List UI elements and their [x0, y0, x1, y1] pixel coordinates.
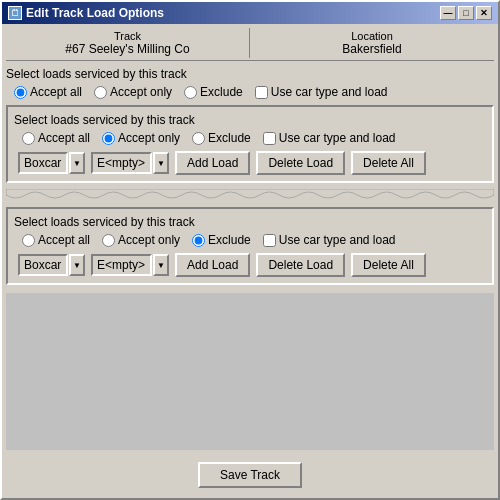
- section3-car-type-select[interactable]: Boxcar: [18, 254, 68, 276]
- section3-group: Select loads serviced by this track Acce…: [6, 207, 494, 285]
- section3-accept-all[interactable]: Accept all: [22, 233, 90, 247]
- section2-load-type-arrow[interactable]: ▼: [153, 152, 169, 174]
- section1-accept-all[interactable]: Accept all: [14, 85, 82, 99]
- section2-car-type-arrow[interactable]: ▼: [69, 152, 85, 174]
- location-label: Location: [351, 30, 393, 42]
- section3-exclude[interactable]: Exclude: [192, 233, 251, 247]
- section2-load-type-group: E<mpty> ▼: [91, 151, 169, 175]
- section1-label: Select loads serviced by this track: [6, 65, 494, 83]
- title-bar: 🗒 Edit Track Load Options — □ ✕: [2, 2, 498, 24]
- section3-radio-row: Accept all Accept only Exclude Use car t…: [14, 231, 486, 249]
- section1-exclude[interactable]: Exclude: [184, 85, 243, 99]
- section1-use-car-type[interactable]: Use car type and load: [255, 85, 388, 99]
- section2-button-row: Boxcar ▼ E<mpty> ▼ Add Load Delete Load …: [14, 147, 486, 177]
- header-row: Track #67 Seeley's Milling Co Location B…: [6, 28, 494, 61]
- main-window: 🗒 Edit Track Load Options — □ ✕ Track #6…: [0, 0, 500, 500]
- section3-load-type-arrow[interactable]: ▼: [153, 254, 169, 276]
- section3-use-car-type-label: Use car type and load: [279, 233, 396, 247]
- maximize-button[interactable]: □: [458, 6, 474, 20]
- section1: Select loads serviced by this track Acce…: [6, 65, 494, 101]
- minimize-button[interactable]: —: [440, 6, 456, 20]
- section2-load-type-select[interactable]: E<mpty>: [91, 152, 152, 174]
- section1-accept-only-label: Accept only: [110, 85, 172, 99]
- section2-exclude[interactable]: Exclude: [192, 131, 251, 145]
- window-icon: 🗒: [8, 6, 22, 20]
- torn-edge-top: [6, 189, 494, 201]
- track-value: #67 Seeley's Milling Co: [65, 42, 189, 56]
- save-row: Save Track: [6, 456, 494, 494]
- section2-car-type-group: Boxcar ▼: [18, 151, 85, 175]
- section3-accept-all-label: Accept all: [38, 233, 90, 247]
- section2-delete-all-button[interactable]: Delete All: [351, 151, 426, 175]
- section2-add-load-button[interactable]: Add Load: [175, 151, 250, 175]
- section2-exclude-label: Exclude: [208, 131, 251, 145]
- section3-button-row: Boxcar ▼ E<mpty> ▼ Add Load Delete Load …: [14, 249, 486, 279]
- section3-load-type-group: E<mpty> ▼: [91, 253, 169, 277]
- section2-delete-load-button[interactable]: Delete Load: [256, 151, 345, 175]
- track-info: Track #67 Seeley's Milling Co: [6, 28, 250, 58]
- location-info: Location Bakersfield: [250, 28, 494, 58]
- section2-radio-row: Accept all Accept only Exclude Use car t…: [14, 129, 486, 147]
- save-track-button[interactable]: Save Track: [198, 462, 302, 488]
- section2-label: Select loads serviced by this track: [14, 111, 486, 129]
- section1-radio-row: Accept all Accept only Exclude Use car t…: [6, 83, 494, 101]
- window-title: Edit Track Load Options: [26, 6, 164, 20]
- section2-accept-all-label: Accept all: [38, 131, 90, 145]
- section2-accept-only-label: Accept only: [118, 131, 180, 145]
- section1-use-car-type-label: Use car type and load: [271, 85, 388, 99]
- section2-use-car-type[interactable]: Use car type and load: [263, 131, 396, 145]
- section3-delete-all-button[interactable]: Delete All: [351, 253, 426, 277]
- section3-exclude-label: Exclude: [208, 233, 251, 247]
- section3-accept-only[interactable]: Accept only: [102, 233, 180, 247]
- section3-delete-load-button[interactable]: Delete Load: [256, 253, 345, 277]
- section1-accept-all-label: Accept all: [30, 85, 82, 99]
- section2-car-type-select[interactable]: Boxcar: [18, 152, 68, 174]
- section2-group: Select loads serviced by this track Acce…: [6, 105, 494, 183]
- gray-area: [6, 293, 494, 450]
- title-buttons: — □ ✕: [440, 6, 492, 20]
- section2-use-car-type-label: Use car type and load: [279, 131, 396, 145]
- window-content: Track #67 Seeley's Milling Co Location B…: [2, 24, 498, 498]
- section3-load-type-select[interactable]: E<mpty>: [91, 254, 152, 276]
- section3-label: Select loads serviced by this track: [14, 213, 486, 231]
- close-button[interactable]: ✕: [476, 6, 492, 20]
- section1-exclude-label: Exclude: [200, 85, 243, 99]
- location-value: Bakersfield: [342, 42, 401, 56]
- section1-accept-only[interactable]: Accept only: [94, 85, 172, 99]
- track-label: Track: [114, 30, 141, 42]
- section3-car-type-group: Boxcar ▼: [18, 253, 85, 277]
- section3-car-type-arrow[interactable]: ▼: [69, 254, 85, 276]
- section2-accept-all[interactable]: Accept all: [22, 131, 90, 145]
- section3-use-car-type[interactable]: Use car type and load: [263, 233, 396, 247]
- section2-accept-only[interactable]: Accept only: [102, 131, 180, 145]
- section3-accept-only-label: Accept only: [118, 233, 180, 247]
- section3-add-load-button[interactable]: Add Load: [175, 253, 250, 277]
